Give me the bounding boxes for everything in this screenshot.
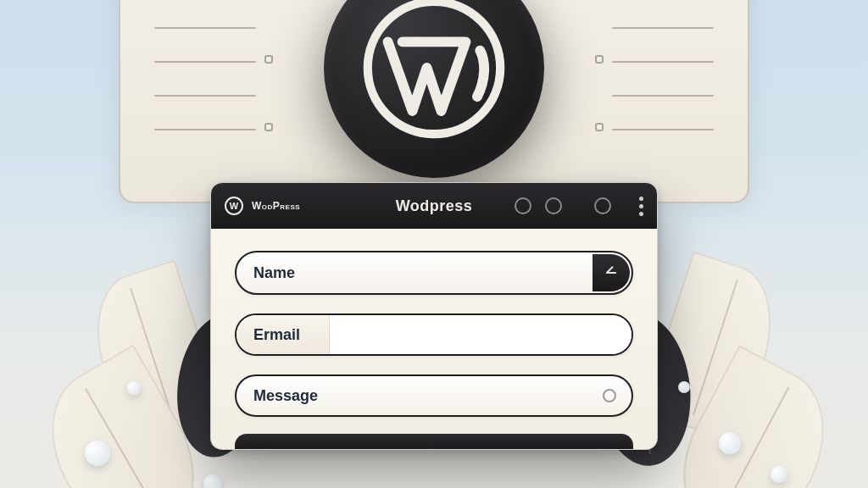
name-input[interactable] <box>334 252 582 293</box>
message-field[interactable]: Message <box>235 374 633 417</box>
window-control-circle[interactable] <box>545 197 562 214</box>
more-menu-icon[interactable] <box>638 197 643 216</box>
brand-label: WodPress <box>252 200 300 212</box>
bubble-decoration <box>719 432 741 454</box>
bubble-decoration <box>678 381 690 393</box>
name-field[interactable]: Name <box>235 251 633 295</box>
email-label: Ermail <box>236 315 330 354</box>
name-submit-arrow-icon[interactable] <box>593 254 630 291</box>
bubble-decoration <box>771 466 787 483</box>
bubble-decoration <box>203 474 222 488</box>
message-indicator-icon <box>603 389 616 402</box>
form-body: Name Ermail Message <box>211 229 657 434</box>
name-label: Name <box>253 264 334 282</box>
contact-form-window: W WodPress Wodpress Name Ermail <box>210 182 658 450</box>
bubble-decoration <box>127 381 141 395</box>
email-field[interactable]: Ermail <box>235 313 633 356</box>
window-titlebar: W WodPress Wodpress <box>211 183 657 229</box>
window-control-circle[interactable] <box>594 197 611 214</box>
message-label: Message <box>253 387 334 405</box>
wordpress-mini-logo-icon: W <box>225 197 243 215</box>
bubble-decoration <box>85 441 110 466</box>
submit-button[interactable] <box>235 434 633 449</box>
message-input[interactable] <box>334 376 603 415</box>
window-control-circle[interactable] <box>515 197 531 214</box>
email-input[interactable] <box>343 315 618 354</box>
